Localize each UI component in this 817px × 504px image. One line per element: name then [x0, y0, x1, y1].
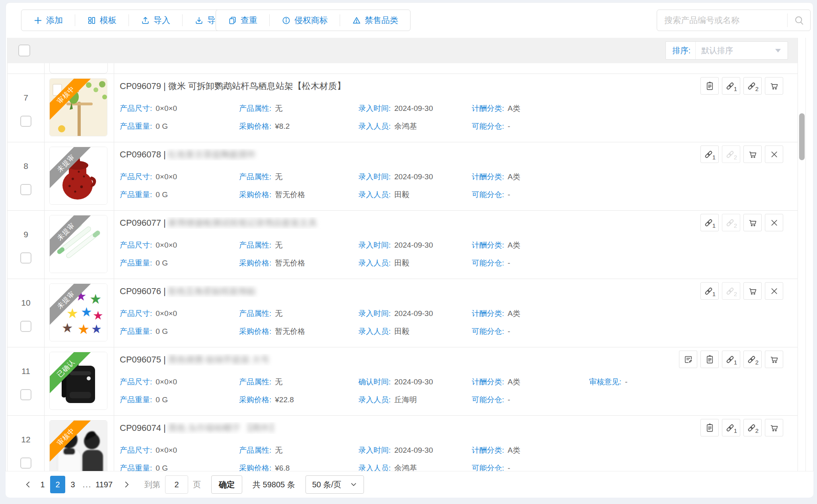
- product-image[interactable]: 未提审: [49, 215, 107, 273]
- clipboard-icon[interactable]: [700, 419, 719, 436]
- next-page-button[interactable]: [120, 478, 133, 491]
- clipboard-icon[interactable]: [700, 77, 719, 95]
- product-search: [657, 10, 811, 31]
- field-cell: 采购价格:暂无价格: [239, 190, 305, 200]
- field-cell: 计酬分类:A类: [472, 172, 520, 182]
- row-checkbox[interactable]: [20, 321, 31, 332]
- field-value: 2024-09-30: [394, 241, 433, 249]
- cart-icon[interactable]: [765, 419, 783, 436]
- page-button-1[interactable]: 1: [35, 476, 50, 493]
- field-cell: 录入时间:2024-09-30: [358, 240, 433, 250]
- cart-icon[interactable]: [765, 77, 783, 95]
- product-title: CP096076 | 彩色五角星贴纸装饰贴: [120, 285, 670, 297]
- page-button-last[interactable]: 1197: [94, 476, 114, 493]
- close-icon[interactable]: [765, 214, 783, 231]
- field-label: 录入人员:: [358, 395, 391, 404]
- prev-page-button[interactable]: [21, 478, 35, 491]
- page-button-2-active[interactable]: 2: [50, 476, 65, 493]
- select-all-checkbox[interactable]: [18, 45, 30, 56]
- field-line: 产品尺寸:0×0×0产品属性:无录入时间:2024-09-30计酬分类:A类: [120, 308, 766, 319]
- row-checkbox[interactable]: [20, 457, 31, 469]
- sort-value[interactable]: 默认排序: [695, 42, 775, 59]
- link-2-icon[interactable]: 2: [722, 282, 740, 300]
- cart-icon[interactable]: [765, 351, 783, 368]
- product-image[interactable]: 已确认: [49, 352, 107, 410]
- product-title: CP096075 | 黑色便携 收纳手提袋 大号: [120, 354, 670, 366]
- import-button[interactable]: 导入: [128, 14, 182, 26]
- import-button-label: 导入: [154, 15, 170, 26]
- row-checkbox[interactable]: [20, 184, 31, 195]
- field-value: 0×0×0: [156, 378, 177, 386]
- link-1-icon[interactable]: 1: [700, 145, 719, 163]
- link-1-icon[interactable]: 1: [722, 351, 740, 368]
- link-2-icon[interactable]: 2: [743, 77, 762, 95]
- field-label: 录入时间:: [358, 104, 391, 112]
- field-value: 0×0×0: [156, 104, 177, 112]
- field-label: 确认时间:: [358, 378, 391, 386]
- field-label: 可能分仓:: [472, 395, 504, 404]
- column-divider: [114, 63, 114, 471]
- row-checkbox[interactable]: [20, 116, 31, 127]
- search-icon[interactable]: [787, 14, 810, 27]
- field-value: 0 G: [156, 395, 168, 404]
- product-image[interactable]: 未提审: [49, 147, 107, 205]
- field-label: 产品尺寸:: [120, 241, 152, 249]
- field-cell: 产品尺寸:0×0×0: [120, 240, 177, 250]
- template-button[interactable]: 模板: [75, 14, 128, 26]
- search-input[interactable]: [657, 16, 787, 25]
- field-label: 可能分仓:: [472, 122, 504, 130]
- cart-icon[interactable]: [743, 282, 762, 300]
- vertical-scrollbar-thumb[interactable]: [799, 113, 805, 160]
- field-cell: 计酬分类:A类: [472, 103, 520, 114]
- export-icon: [195, 16, 204, 25]
- product-name: 家用便捷检测试纸笔记录用品套装文具: [168, 218, 317, 228]
- link-2-icon[interactable]: 2: [743, 419, 762, 436]
- infringing-trademark-button[interactable]: 侵权商标: [269, 14, 340, 26]
- row-action-buttons: 12: [700, 282, 783, 300]
- close-icon[interactable]: [765, 145, 783, 163]
- field-label: 产品属性:: [239, 241, 271, 249]
- field-label: 产品属性:: [239, 104, 271, 112]
- product-image[interactable]: 审核中: [49, 78, 107, 136]
- field-value: 2024-09-30: [394, 173, 433, 181]
- product-title: CP096077 | 家用便捷检测试纸笔记录用品套装文具: [120, 217, 670, 229]
- field-line: 产品重量:0 G采购价格:¥8.2录入人员:余鸿基可能分仓:-: [120, 121, 766, 132]
- field-cell: 采购价格:¥8.2: [239, 121, 290, 132]
- memo-icon[interactable]: [679, 351, 697, 368]
- product-code: CP096077 |: [120, 218, 168, 228]
- svg-text:★: ★: [78, 321, 89, 337]
- field-label: 录入人员:: [358, 122, 391, 130]
- sort-control[interactable]: 排序: 默认排序: [665, 41, 788, 60]
- banned-category-button[interactable]: 禁售品类: [340, 14, 410, 26]
- confirm-button[interactable]: 确定: [211, 475, 242, 494]
- field-value: 暂无价格: [275, 327, 305, 335]
- product-image[interactable]: ★★★★★★★★★未提审: [49, 283, 107, 341]
- row-checkbox[interactable]: [20, 252, 31, 264]
- field-cell: 可能分仓:-: [472, 258, 510, 268]
- cart-icon[interactable]: [743, 145, 762, 163]
- field-label: 可能分仓:: [472, 259, 504, 267]
- field-value: 0 G: [156, 259, 168, 267]
- link-1-icon[interactable]: 1: [700, 214, 719, 231]
- link-2-icon[interactable]: 2: [722, 214, 740, 231]
- link-2-icon[interactable]: 2: [722, 145, 740, 163]
- add-button[interactable]: 添加: [21, 14, 75, 26]
- duplicate-check-button[interactable]: 查重: [216, 14, 269, 26]
- row-checkbox[interactable]: [20, 389, 31, 400]
- field-cell: 产品尺寸:0×0×0: [120, 103, 177, 114]
- link-1-icon[interactable]: 1: [722, 419, 740, 436]
- svg-text:★: ★: [91, 322, 102, 336]
- product-image[interactable]: 审核中: [49, 420, 107, 471]
- field-value: -: [508, 259, 510, 267]
- close-icon[interactable]: [765, 282, 783, 300]
- clipboard-icon[interactable]: [700, 351, 719, 368]
- cart-icon[interactable]: [743, 214, 762, 231]
- page-size-select[interactable]: 50 条/页: [305, 475, 364, 494]
- field-line: 产品重量:0 G采购价格:暂无价格录入人员:田毅可能分仓:-: [120, 190, 766, 200]
- link-1-icon[interactable]: 1: [700, 282, 719, 300]
- link-1-icon[interactable]: 1: [722, 77, 740, 95]
- chevron-left-icon: [24, 480, 33, 489]
- page-button-3[interactable]: 3: [65, 476, 80, 493]
- link-2-icon[interactable]: 2: [743, 351, 762, 368]
- jump-page-input[interactable]: [165, 475, 188, 494]
